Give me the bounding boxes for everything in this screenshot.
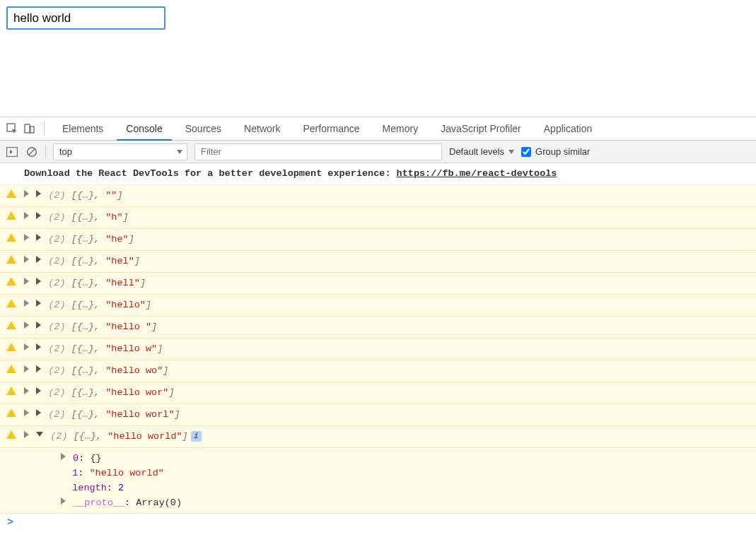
expand-arrow-icon[interactable]: [61, 453, 66, 460]
expanded-row[interactable]: 0: {}: [61, 451, 749, 466]
device-toolbar-icon[interactable]: [23, 122, 35, 135]
expand-arrow-icon[interactable]: [36, 343, 41, 350]
expand-arrow-icon[interactable]: [36, 432, 43, 437]
expand-arrow-icon[interactable]: [24, 343, 29, 350]
tab-application[interactable]: Application: [535, 118, 602, 139]
toggle-sidebar-icon[interactable]: [6, 146, 18, 158]
info-link[interactable]: https://fb.me/react-devtools: [397, 168, 557, 179]
bracket: [: [71, 212, 77, 223]
array-length: (2): [48, 409, 65, 420]
expand-arrow-icon[interactable]: [24, 431, 29, 438]
expand-arrow-icon[interactable]: [36, 212, 41, 219]
expand-arrow-icon[interactable]: [24, 234, 29, 241]
expand-arrow-icon[interactable]: [24, 190, 29, 197]
tab-sources[interactable]: Sources: [176, 118, 231, 139]
console-warning-row[interactable]: (2) [{…}, "hello wo"]: [0, 360, 756, 382]
console-warning-row[interactable]: (2) [{…}, "hello worl"]: [0, 404, 756, 426]
tab-network[interactable]: Network: [235, 118, 289, 139]
expand-arrow-icon[interactable]: [24, 278, 29, 285]
expand-arrow-icon[interactable]: [24, 365, 29, 372]
svg-rect-2: [30, 126, 34, 133]
console-warning-row[interactable]: (2) [{…}, "h"]: [0, 207, 756, 229]
console-warning-row[interactable]: (2) [{…}, "hello world"]i: [0, 426, 756, 448]
array-length: (2): [48, 278, 65, 288]
bracket: ]: [182, 431, 188, 442]
expand-arrow-icon[interactable]: [36, 234, 41, 241]
expand-arrow-icon[interactable]: [36, 256, 41, 263]
expand-arrow-icon[interactable]: [36, 322, 41, 329]
comma: ,: [96, 431, 107, 442]
expand-arrow-icon[interactable]: [36, 278, 41, 285]
tab-js-profiler[interactable]: JavaScript Profiler: [431, 118, 530, 139]
info-icon: i: [191, 431, 202, 442]
comma: ,: [94, 343, 105, 354]
object-preview: {…}: [77, 322, 94, 332]
console-warning-row[interactable]: (2) [{…}, "hello"]: [0, 295, 756, 317]
expand-arrow-icon[interactable]: [24, 322, 29, 329]
string-value: "hell": [105, 278, 140, 288]
tab-elements[interactable]: Elements: [53, 118, 112, 139]
string-value: "hello ": [105, 322, 151, 332]
group-similar-input[interactable]: [521, 147, 531, 157]
expand-arrow-icon[interactable]: [24, 300, 29, 307]
expand-arrow-icon[interactable]: [24, 256, 29, 263]
tab-console[interactable]: Console: [117, 118, 171, 141]
console-info-message: Download the React DevTools for a better…: [0, 163, 756, 185]
group-similar-checkbox[interactable]: Group similar: [521, 146, 590, 157]
bracket: ]: [140, 278, 146, 288]
console-warning-row[interactable]: (2) [{…}, "hello "]: [0, 317, 756, 338]
warning-icon: [6, 387, 16, 395]
bracket: ]: [117, 190, 122, 201]
bracket: ]: [129, 234, 134, 244]
expand-arrow-icon[interactable]: [36, 409, 41, 416]
filter-input[interactable]: [194, 143, 442, 160]
comma: ,: [94, 212, 105, 223]
console-warning-row[interactable]: (2) [{…}, "hell"]: [0, 273, 756, 295]
console-warning-row[interactable]: (2) [{…}, "hello wor"]: [0, 382, 756, 404]
bracket: ]: [134, 256, 140, 266]
bracket: ]: [146, 300, 151, 310]
string-value: "hello worl": [105, 409, 174, 420]
object-preview: {…}: [79, 431, 96, 442]
chevron-down-icon: [177, 150, 182, 154]
devtools-panel: Elements Console Sources Network Perform…: [0, 117, 756, 554]
bracket: [: [71, 322, 77, 332]
warning-icon: [6, 365, 16, 373]
expanded-row[interactable]: __proto__: Array(0): [61, 495, 749, 510]
chevron-down-icon: [508, 150, 514, 154]
console-prompt[interactable]: >: [0, 514, 756, 531]
console-warning-row[interactable]: (2) [{…}, "he"]: [0, 229, 756, 251]
array-length: (2): [48, 212, 65, 223]
tab-memory[interactable]: Memory: [373, 118, 428, 139]
console-output: Download the React DevTools for a better…: [0, 163, 756, 554]
string-value: "hello wor": [105, 387, 168, 398]
console-warning-row[interactable]: (2) [{…}, "hello w"]: [0, 338, 756, 360]
expand-arrow-icon[interactable]: [61, 497, 66, 505]
demo-text-input[interactable]: [6, 6, 165, 30]
expand-arrow-icon[interactable]: [36, 365, 41, 372]
bracket: ]: [168, 387, 174, 398]
expand-arrow-icon[interactable]: [36, 190, 41, 197]
array-length: (2): [48, 300, 65, 310]
bracket: [: [71, 256, 77, 266]
context-selector[interactable]: top: [53, 143, 187, 160]
console-warning-row[interactable]: (2) [{…}, ""]: [0, 185, 756, 207]
comma: ,: [94, 387, 105, 398]
comma: ,: [94, 278, 105, 288]
object-preview: {…}: [77, 343, 94, 354]
expand-arrow-icon[interactable]: [36, 300, 41, 307]
levels-label: Default levels: [449, 146, 504, 157]
inspect-element-icon[interactable]: [6, 122, 18, 135]
expand-arrow-icon[interactable]: [24, 387, 29, 394]
expand-arrow-icon[interactable]: [24, 409, 29, 416]
expand-arrow-icon[interactable]: [36, 387, 41, 394]
clear-console-icon[interactable]: [25, 146, 38, 158]
log-levels-selector[interactable]: Default levels: [449, 146, 514, 157]
console-warning-row[interactable]: (2) [{…}, "hel"]: [0, 251, 756, 273]
string-value: "h": [105, 212, 122, 223]
bracket: ]: [151, 322, 157, 332]
warning-icon: [6, 233, 16, 242]
tab-performance[interactable]: Performance: [293, 118, 368, 139]
expand-arrow-icon[interactable]: [24, 212, 29, 219]
console-toolbar: top Default levels Group similar: [0, 141, 756, 163]
